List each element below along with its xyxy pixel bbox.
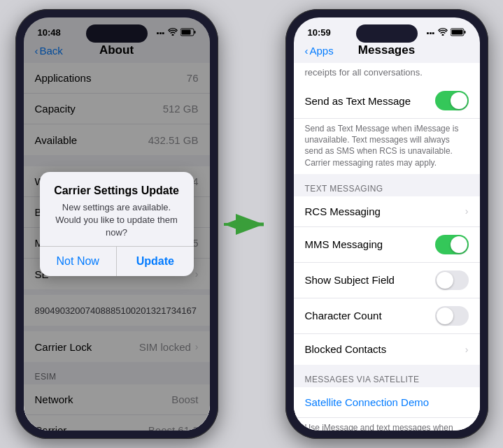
row-label: MMS Messaging (305, 238, 383, 250)
satellite-description: Use iMessage and text messages when cell… (294, 418, 480, 431)
signal-icon-2: ▪▪▪ (427, 29, 435, 37)
row-label: Send as Text Message (305, 95, 411, 107)
main-container: 10:48 ▪▪▪ ‹ Back About (0, 0, 503, 448)
chevron-icon: › (465, 344, 469, 355)
modal-cancel-button[interactable]: Not Now (40, 247, 117, 276)
section-top: receipts for all conversations. Send as … (294, 63, 480, 174)
row-mms[interactable]: MMS Messaging (294, 227, 480, 263)
modal-confirm-button[interactable]: Update (116, 247, 194, 276)
page-title-2: Messages (358, 43, 415, 57)
modal-content: Carrier Settings Update New settings are… (40, 172, 194, 247)
svg-rect-10 (451, 29, 462, 34)
row-label: RCS Messaging (305, 205, 381, 217)
row-subject[interactable]: Show Subject Field (294, 263, 480, 298)
phone-2-screen: 10:59 ▪▪▪ ‹ Apps Messages (294, 17, 480, 431)
wifi-icon-2 (438, 28, 448, 37)
mms-toggle[interactable] (435, 235, 469, 254)
left-arrow-icon (218, 215, 243, 234)
toggle-knob (451, 92, 467, 109)
toggle-knob (437, 272, 453, 289)
satellite-header: MESSAGES VIA SATELLITE (294, 370, 480, 387)
row-rcs[interactable]: RCS Messaging › (294, 196, 480, 227)
battery-icon-2 (451, 28, 466, 38)
section-text-messaging: RCS Messaging › MMS Messaging Show Subje… (294, 196, 480, 365)
time-2: 10:59 (308, 27, 331, 38)
toggle-knob (451, 236, 467, 253)
satellite-link: Satellite Connection Demo (305, 396, 430, 408)
phone-2: 10:59 ▪▪▪ ‹ Apps Messages (285, 9, 488, 439)
phone-1-screen: 10:48 ▪▪▪ ‹ Back About (24, 17, 210, 431)
subject-toggle[interactable] (435, 270, 469, 290)
nav-bar-2: ‹ Apps Messages (294, 41, 480, 63)
modal-actions: Not Now Update (40, 246, 194, 276)
send-as-text-toggle[interactable] (435, 91, 469, 110)
carrier-update-modal: Carrier Settings Update New settings are… (40, 172, 194, 277)
messages-content: receipts for all conversations. Send as … (294, 63, 480, 431)
row-label: Character Count (305, 310, 382, 321)
row-send-as-text[interactable]: Send as Text Message (294, 83, 480, 119)
row-label: Show Subject Field (305, 274, 395, 286)
status-icons-2: ▪▪▪ (427, 28, 466, 38)
dynamic-island-2 (356, 24, 418, 43)
modal-message: New settings are available. Would you li… (51, 201, 183, 240)
row-label: Blocked Contacts (305, 343, 387, 355)
modal-overlay: Carrier Settings Update New settings are… (24, 17, 210, 431)
arrow-container (231, 203, 273, 245)
char-count-toggle[interactable] (435, 306, 469, 326)
section-satellite: Satellite Connection Demo Use iMessage a… (294, 387, 480, 431)
send-as-text-description: Send as Text Message when iMessage is un… (294, 119, 480, 174)
toggle-knob (437, 308, 453, 324)
chevron-icon: › (465, 205, 469, 217)
phone-1: 10:48 ▪▪▪ ‹ Back About (15, 9, 218, 439)
text-messaging-header: TEXT MESSAGING (294, 180, 480, 196)
back-chevron-2: ‹ (305, 45, 309, 57)
svg-rect-11 (464, 31, 465, 34)
receipts-subtext: receipts for all conversations. (294, 63, 480, 83)
back-button-2[interactable]: ‹ Apps (305, 45, 334, 57)
row-satellite-demo[interactable]: Satellite Connection Demo (294, 387, 480, 418)
modal-title: Carrier Settings Update (51, 185, 183, 197)
row-char-count[interactable]: Character Count (294, 298, 480, 334)
row-blocked[interactable]: Blocked Contacts › (294, 334, 480, 365)
